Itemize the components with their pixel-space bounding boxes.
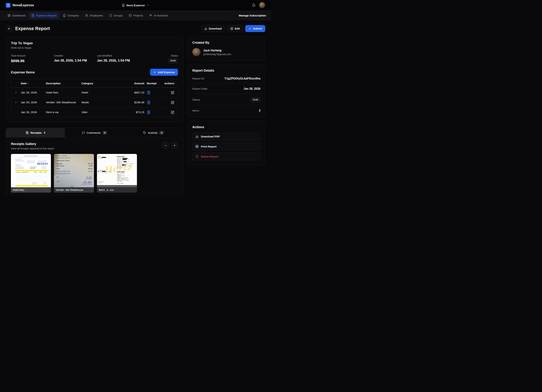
- file-icon: [7, 4, 10, 7]
- row-description: Vendor: SW Steakhouse: [46, 101, 81, 104]
- download-label: Download: [209, 27, 222, 30]
- download-pdf-label: Download PDF: [201, 135, 220, 138]
- placeholder-line: [15, 164, 20, 165]
- divider: [15, 178, 48, 178]
- nav-item-company[interactable]: Company: [60, 12, 81, 19]
- column-header-actions: Actions: [161, 82, 174, 85]
- edit-button[interactable]: Edit: [227, 25, 243, 32]
- panel-icon: [129, 14, 132, 17]
- receipt-thumbnail-hotel[interactable]: Hotel Accommodation RECEIPT: [11, 154, 51, 193]
- report-summary-card: Trip To Vegas Work trip to Vegas Total A…: [6, 36, 183, 122]
- column-header-description: Description: [46, 82, 81, 85]
- creator-email: jackhartwig7@gmail.com: [203, 53, 231, 56]
- add-expense-button[interactable]: Add Expense: [150, 69, 178, 76]
- row-category: Hotel: [81, 91, 124, 94]
- app-logo[interactable]: NovaExpense: [6, 3, 34, 8]
- app-header: NovaExpense Nova Expense: [0, 0, 271, 10]
- nav-item-groups[interactable]: Groups: [107, 12, 125, 19]
- tab-receipts[interactable]: Receipts 3: [6, 128, 65, 137]
- delete-report-button[interactable]: Delete Report: [192, 153, 260, 160]
- nav-item-ai-assistant[interactable]: AI Assistant: [147, 12, 170, 19]
- tab-bar: Receipts 3 Comments 0 Acti: [6, 128, 183, 138]
- download-pdf-button[interactable]: Download PDF: [192, 132, 260, 140]
- download-button[interactable]: Download: [201, 25, 225, 32]
- arrow-left-icon: [8, 27, 11, 30]
- tab-label: Receipts: [31, 131, 42, 134]
- row-date: Jan 28, 2026: [21, 101, 46, 104]
- back-button[interactable]: [6, 25, 12, 32]
- zoom-in-button[interactable]: +: [171, 142, 178, 149]
- manage-subscription-link[interactable]: Manage Subscription: [239, 14, 266, 17]
- gallery-subtitle: View all receipts attached to this repor…: [11, 147, 54, 150]
- nav-item-dashboard[interactable]: Dashboard: [5, 12, 28, 19]
- submit-button[interactable]: Submit: [245, 25, 265, 32]
- receipts-panel: Receipts 3 Comments 0 Acti: [6, 128, 183, 196]
- status-badge: Draft: [168, 58, 178, 63]
- table-row[interactable]: Jan 28, 2026 Hotel fees Hotel $467.23: [11, 88, 178, 97]
- app-name: NovaExpense: [12, 3, 34, 7]
- chevron-right-icon: [15, 101, 21, 104]
- edit-row-icon[interactable]: [171, 91, 174, 94]
- placeholder-line: [15, 159, 21, 160]
- created-by-heading: Created By: [192, 41, 260, 45]
- sparkles-icon: [149, 14, 152, 17]
- placeholder-line: [15, 169, 24, 169]
- detail-label: Report ID: [192, 77, 204, 80]
- receipt-icon[interactable]: [147, 91, 161, 95]
- rental-details-heading: RENTAL DETAILS: [117, 156, 136, 157]
- trash-icon: [195, 155, 199, 158]
- table-row[interactable]: Jan 28, 2026 Vendor: SW Steakhouse Meals…: [11, 97, 178, 107]
- placeholder-line: [21, 172, 28, 173]
- edit-row-icon[interactable]: [171, 111, 174, 114]
- tab-label: Comments: [87, 131, 101, 134]
- receipt-thumbnail-rental[interactable]: Hertz RENCE nt No: █████████ ler: ZE1 NS…: [97, 154, 137, 193]
- receipts-count: 3: [44, 131, 45, 134]
- stat-label: Last Modified: [97, 54, 168, 57]
- receipt-icon[interactable]: [147, 101, 161, 104]
- row-date: Jan 28, 2026: [21, 91, 46, 94]
- building-icon: [122, 4, 125, 7]
- receipt-icon[interactable]: [147, 111, 161, 114]
- receipt-grand-label: Total: [56, 181, 60, 185]
- comment-icon: [82, 131, 85, 134]
- placeholder-line: [27, 162, 35, 163]
- receipt-auth-amount: $30.35: [88, 171, 92, 172]
- placeholder-line: [27, 161, 35, 161]
- row-amount: $156.48: [124, 101, 144, 104]
- detail-row-status: Status Draft: [192, 94, 260, 106]
- stat-status: Status Draft: [168, 54, 178, 63]
- receipt-thumbnail-steakhouse[interactable]: Cashier: Slizzard 24-Jun-2025 5:23:37P T…: [54, 154, 94, 193]
- tab-activity[interactable]: Activity 0: [124, 128, 183, 137]
- nav-label: Projects: [133, 14, 143, 17]
- detail-label: Status: [192, 98, 200, 101]
- gallery-title: Receipts Gallery: [11, 142, 54, 146]
- notifications-button[interactable]: [252, 3, 256, 7]
- tab-comments[interactable]: Comments 0: [65, 128, 124, 137]
- org-selector[interactable]: Nova Expense: [122, 4, 149, 7]
- nav-item-projects[interactable]: Projects: [126, 12, 146, 19]
- report-date-value: Jan 28, 2026: [244, 87, 260, 90]
- user-avatar[interactable]: [259, 2, 265, 8]
- receipt-subtotal: $27.00: [88, 163, 92, 164]
- nav-item-expense-reports[interactable]: Expense Reports: [29, 12, 59, 19]
- report-title: Trip To Vegas: [11, 41, 178, 45]
- detail-row-report-date: Report Date Jan 28, 2026: [192, 84, 260, 94]
- edit-row-icon[interactable]: [171, 101, 174, 104]
- stat-created: Created Jan 28, 2026, 1:54 PM: [54, 54, 97, 63]
- row-date: Jan 28, 2026: [21, 111, 46, 114]
- stat-label: Created: [54, 54, 97, 57]
- table-row[interactable]: Jan 28, 2026 Rent a car Uber $73.15: [11, 107, 178, 117]
- zoom-out-button[interactable]: −: [162, 142, 169, 149]
- report-details-heading: Report Details: [192, 69, 260, 73]
- nav-item-employees[interactable]: Employees: [83, 12, 106, 19]
- column-header-date[interactable]: Date ↑: [21, 82, 46, 85]
- created-value: Jan 28, 2026, 1:54 PM: [54, 59, 97, 63]
- edit-label: Edit: [235, 27, 240, 30]
- creator-name: Jack Hartwig: [203, 49, 231, 52]
- print-report-button[interactable]: Print Report: [192, 143, 260, 150]
- thumbnail-caption: Vendor: SW Steakhouse: [54, 187, 94, 193]
- receipt-icon: [26, 131, 29, 134]
- nav-label: Groups: [114, 14, 123, 17]
- thumbnail-caption: Rent a car: [97, 187, 137, 193]
- add-expense-label: Add Expense: [158, 71, 175, 74]
